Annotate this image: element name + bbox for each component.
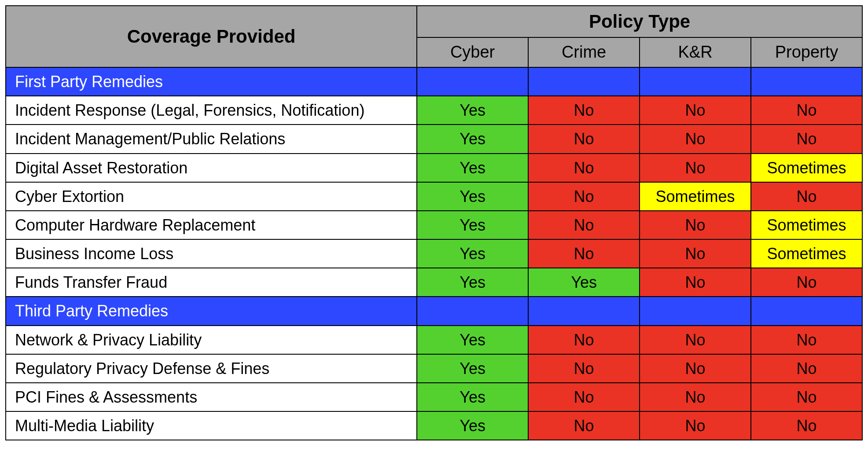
section-empty-cell (640, 297, 751, 325)
section-empty-cell (417, 67, 528, 96)
value-cell: No (751, 383, 862, 411)
value-cell: No (640, 211, 751, 239)
value-cell: No (528, 411, 640, 440)
value-cell: No (751, 96, 862, 125)
value-cell: Sometimes (751, 154, 862, 182)
table-row: Regulatory Privacy Defense & FinesYesNoN… (6, 354, 862, 383)
policy-type-header: Policy Type (417, 6, 862, 37)
table-row: Multi-Media LiabilityYesNoNoNo (6, 411, 862, 440)
table-row: Incident Response (Legal, Forensics, Not… (6, 96, 862, 125)
value-cell: No (751, 125, 862, 153)
section-empty-cell (417, 297, 528, 325)
value-cell: No (528, 96, 640, 125)
header-row-1: Coverage Provided Policy Type (6, 6, 862, 37)
value-cell: No (751, 411, 862, 440)
row-label: Computer Hardware Replacement (6, 211, 417, 239)
value-cell: No (640, 239, 751, 268)
value-cell: No (528, 239, 640, 268)
col-crime: Crime (528, 37, 640, 67)
value-cell: No (528, 154, 640, 182)
row-label: Digital Asset Restoration (6, 154, 417, 182)
value-cell: No (640, 154, 751, 182)
row-label: Cyber Extortion (6, 182, 417, 211)
table-row: Incident Management/Public RelationsYesN… (6, 125, 862, 153)
section-empty-cell (528, 67, 640, 96)
value-cell: No (640, 96, 751, 125)
value-cell: Sometimes (751, 211, 862, 239)
table-row: Digital Asset RestorationYesNoNoSometime… (6, 154, 862, 182)
value-cell: Yes (417, 182, 528, 211)
value-cell: No (640, 268, 751, 297)
value-cell: No (528, 326, 640, 354)
row-label: Funds Transfer Fraud (6, 268, 417, 297)
row-label: Incident Management/Public Relations (6, 125, 417, 153)
value-cell: Yes (417, 411, 528, 440)
row-label: PCI Fines & Assessments (6, 383, 417, 411)
table-body: First Party RemediesIncident Response (L… (6, 67, 862, 440)
row-label: Business Income Loss (6, 239, 417, 268)
section-empty-cell (640, 67, 751, 96)
value-cell: No (640, 411, 751, 440)
table-row: Computer Hardware ReplacementYesNoNoSome… (6, 211, 862, 239)
section-row: First Party Remedies (6, 67, 862, 96)
value-cell: Yes (417, 326, 528, 354)
col-property: Property (751, 37, 862, 67)
value-cell: Sometimes (640, 182, 751, 211)
table-row: Business Income LossYesNoNoSometimes (6, 239, 862, 268)
value-cell: No (528, 354, 640, 383)
coverage-table: Coverage Provided Policy Type Cyber Crim… (5, 5, 863, 440)
value-cell: No (751, 326, 862, 354)
value-cell: No (640, 354, 751, 383)
value-cell: No (751, 182, 862, 211)
value-cell: No (528, 383, 640, 411)
value-cell: Sometimes (751, 239, 862, 268)
section-title: First Party Remedies (6, 67, 417, 96)
value-cell: Yes (417, 211, 528, 239)
col-kr: K&R (640, 37, 751, 67)
value-cell: No (640, 125, 751, 153)
table-row: Network & Privacy LiabilityYesNoNoNo (6, 326, 862, 354)
value-cell: Yes (417, 383, 528, 411)
value-cell: Yes (417, 354, 528, 383)
row-label: Multi-Media Liability (6, 411, 417, 440)
section-row: Third Party Remedies (6, 297, 862, 325)
coverage-table-wrapper: Coverage Provided Policy Type Cyber Crim… (0, 0, 868, 446)
value-cell: No (528, 211, 640, 239)
section-empty-cell (751, 297, 862, 325)
col-cyber: Cyber (417, 37, 528, 67)
value-cell: Yes (417, 268, 528, 297)
section-title: Third Party Remedies (6, 297, 417, 325)
row-label: Regulatory Privacy Defense & Fines (6, 354, 417, 383)
value-cell: Yes (417, 96, 528, 125)
table-row: Funds Transfer FraudYesYesNoNo (6, 268, 862, 297)
row-label: Network & Privacy Liability (6, 326, 417, 354)
value-cell: No (640, 326, 751, 354)
value-cell: No (751, 268, 862, 297)
coverage-header: Coverage Provided (6, 6, 417, 67)
section-empty-cell (528, 297, 640, 325)
table-row: Cyber ExtortionYesNoSometimesNo (6, 182, 862, 211)
value-cell: No (528, 182, 640, 211)
table-head: Coverage Provided Policy Type Cyber Crim… (6, 6, 862, 67)
value-cell: No (751, 354, 862, 383)
value-cell: Yes (417, 154, 528, 182)
section-empty-cell (751, 67, 862, 96)
value-cell: No (640, 383, 751, 411)
table-row: PCI Fines & AssessmentsYesNoNoNo (6, 383, 862, 411)
value-cell: Yes (417, 125, 528, 153)
row-label: Incident Response (Legal, Forensics, Not… (6, 96, 417, 125)
value-cell: Yes (417, 239, 528, 268)
value-cell: Yes (528, 268, 640, 297)
value-cell: No (528, 125, 640, 153)
